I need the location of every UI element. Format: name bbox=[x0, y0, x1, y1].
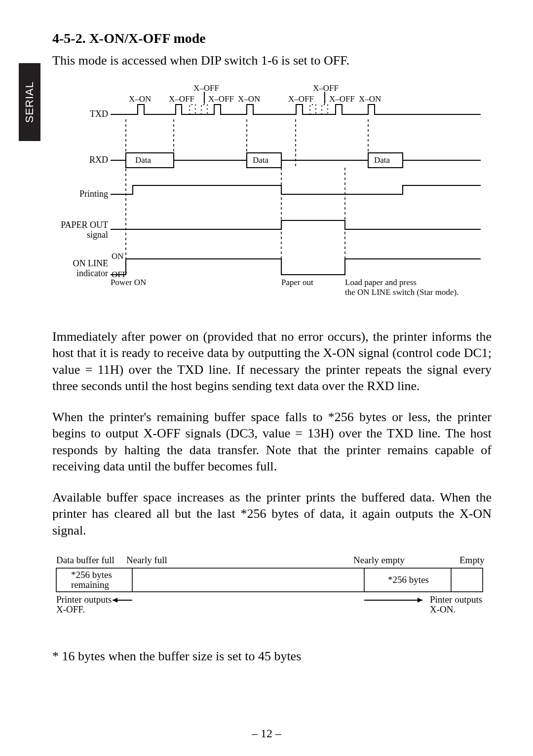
label-on: ON bbox=[112, 252, 124, 261]
paragraph-2: When the printer's remaining buffer spac… bbox=[52, 409, 492, 474]
buf-top-2: Nearly empty bbox=[353, 555, 405, 565]
label-online-2: indicator bbox=[76, 268, 108, 278]
buf-arrow-right-2: X-ON. bbox=[430, 604, 456, 614]
buffer-diagram: .lbl2 { font-family:"Times New Roman",se… bbox=[47, 553, 496, 627]
intro-text: This mode is accessed when DIP switch 1-… bbox=[52, 53, 492, 68]
buf-box-0a: *256 bytes bbox=[71, 570, 112, 580]
paragraph-3: Available buffer space increases as the … bbox=[52, 489, 492, 539]
label-txd: TXD bbox=[90, 109, 108, 119]
rxd-data-0: Data bbox=[135, 155, 152, 165]
event-load-paper-2: the ON LINE switch (Star mode). bbox=[345, 288, 458, 297]
buf-arrow-right-1: Pinter outputs bbox=[430, 594, 482, 605]
txd-ann-0: X–ON bbox=[129, 94, 151, 104]
page-content: 4-5-2. X-ON/X-OFF mode This mode is acce… bbox=[52, 31, 492, 664]
page-number: – 12 – bbox=[0, 727, 533, 740]
txd-ann-4: X–ON bbox=[238, 94, 260, 104]
txd-ann-1: X–OFF bbox=[169, 94, 194, 104]
timing-diagram: .lbl { font-family:"Times New Roman",ser… bbox=[61, 80, 491, 307]
buf-arrow-left-1: Printer outputs bbox=[56, 594, 112, 605]
rxd-data-1: Data bbox=[253, 155, 269, 165]
label-printing: Printing bbox=[79, 189, 108, 199]
txd-ann-7: X–OFF bbox=[329, 94, 355, 104]
label-rxd: RXD bbox=[89, 155, 108, 165]
buf-top-0: Data buffer full bbox=[56, 555, 114, 565]
buf-top-1: Nearly full bbox=[126, 555, 167, 565]
footnote: * 16 bytes when the buffer size is set t… bbox=[52, 649, 492, 664]
label-online-1: ON LINE bbox=[73, 258, 108, 268]
side-tab-label: SERIAL bbox=[23, 81, 36, 123]
buf-box-0b: remaining bbox=[71, 579, 110, 590]
side-tab: SERIAL bbox=[19, 63, 40, 141]
txd-ann-5: X–OFF bbox=[288, 94, 314, 104]
event-power-on: Power ON bbox=[111, 278, 146, 287]
txd-ann-2: X–OFF bbox=[193, 83, 219, 93]
label-paperout-2: signal bbox=[87, 230, 108, 240]
buf-top-3: Empty bbox=[459, 555, 485, 565]
txd-ann-8: X–ON bbox=[359, 94, 381, 104]
section-heading: 4-5-2. X-ON/X-OFF mode bbox=[52, 31, 492, 46]
event-load-paper-1: Load paper and press bbox=[345, 278, 417, 287]
event-paper-out: Paper out bbox=[281, 278, 313, 287]
buf-arrow-left-2: X-OFF. bbox=[56, 604, 85, 614]
txd-ann-3: X–OFF bbox=[208, 94, 234, 104]
label-paperout-1: PAPER OUT bbox=[61, 220, 108, 230]
paragraph-1: Immediately after power on (provided tha… bbox=[52, 328, 492, 394]
txd-ann-6: X–OFF bbox=[313, 83, 339, 93]
rxd-data-2: Data bbox=[374, 155, 390, 165]
buf-box-1: *256 bytes bbox=[388, 575, 429, 585]
